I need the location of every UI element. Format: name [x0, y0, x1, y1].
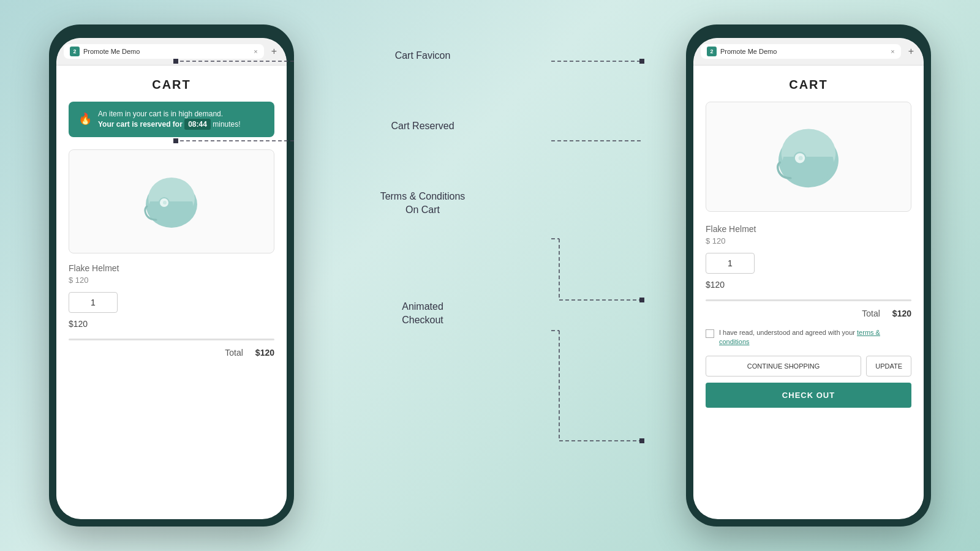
right-qty-input[interactable]	[706, 253, 755, 274]
alert-fire-icon: 🔥	[78, 111, 92, 127]
svg-rect-17	[639, 298, 644, 302]
left-page-content: CART 🔥 An item in your cart is in high d…	[56, 66, 287, 515]
animated-checkout-label: AnimatedCheckout	[294, 300, 551, 328]
right-cart-title: CART	[706, 78, 911, 92]
left-total-label: Total	[225, 348, 243, 358]
cart-favicon-label: Cart Favicon	[294, 49, 551, 62]
left-total-amount: $120	[255, 348, 274, 358]
right-page-content: CART Flake Helmet $ 120 $120 Total	[693, 66, 924, 515]
tab-new-left[interactable]: +	[269, 46, 279, 57]
helmet-illustration-left	[135, 165, 208, 238]
alert-demand-text: An item in your cart is in high demand.	[98, 110, 223, 118]
right-product-image	[706, 102, 911, 212]
left-divider	[69, 339, 274, 340]
terms-conditions-label: Terms & ConditionsOn Cart	[294, 190, 551, 217]
tab-new-right[interactable]: +	[906, 46, 916, 57]
right-total-row: Total $120	[706, 309, 911, 318]
terms-label-area: Terms & ConditionsOn Cart	[294, 190, 551, 217]
right-divider	[706, 299, 911, 301]
tab-title-right: Promote Me Demo	[720, 48, 777, 55]
right-total-amount: $120	[892, 309, 911, 318]
phone-notch-left	[135, 24, 208, 38]
left-line-price: $120	[69, 319, 274, 329]
browser-bar-right: 2 Promote Me Demo × +	[693, 38, 924, 66]
right-line-price: $120	[706, 280, 911, 290]
tab-close-left[interactable]: ×	[254, 48, 257, 55]
left-phone-screen: 2 Promote Me Demo × + CART 🔥 An item in …	[56, 38, 287, 519]
alert-timer: 08:44	[184, 119, 211, 130]
left-cart-title: CART	[69, 78, 274, 92]
alert-text: An item in your cart is in high demand. …	[98, 109, 265, 130]
update-button[interactable]: UPDATE	[866, 356, 911, 377]
right-product-name: Flake Helmet	[706, 224, 911, 234]
terms-checkbox[interactable]	[706, 329, 714, 338]
svg-rect-21	[639, 438, 644, 443]
left-product-image	[69, 149, 274, 253]
tab-close-right[interactable]: ×	[891, 48, 894, 55]
terms-text: I have read, understood and agreed with …	[719, 328, 911, 347]
svg-rect-11	[639, 59, 644, 64]
cart-reserved-label: Cart Reserved	[294, 119, 551, 133]
right-product-price: $ 120	[706, 236, 911, 246]
svg-point-7	[799, 156, 803, 160]
alert-reserved-text: Your cart is reserved for	[98, 120, 183, 129]
terms-row: I have read, understood and agreed with …	[706, 328, 911, 347]
phone-notch-right	[772, 24, 845, 38]
svg-point-3	[163, 201, 167, 204]
left-product-price: $ 120	[69, 276, 274, 285]
cart-favicon-label-area: Cart Favicon	[294, 49, 551, 62]
right-phone-screen: 2 Promote Me Demo × + CART	[693, 38, 924, 519]
tab-title-left: Promote Me Demo	[83, 48, 140, 55]
cart-reserved-alert: 🔥 An item in your cart is in high demand…	[69, 102, 274, 137]
left-total-row: Total $120	[69, 348, 274, 358]
left-product-name: Flake Helmet	[69, 263, 274, 273]
browser-tab-right[interactable]: 2 Promote Me Demo ×	[701, 44, 901, 59]
right-phone: 2 Promote Me Demo × + CART	[686, 24, 931, 527]
animated-checkout-label-area: AnimatedCheckout	[294, 300, 551, 328]
browser-tab-left[interactable]: 2 Promote Me Demo ×	[64, 44, 264, 59]
continue-shopping-button[interactable]: CONTINUE SHOPPING	[706, 356, 861, 377]
left-phone: 2 Promote Me Demo × + CART 🔥 An item in …	[49, 24, 294, 527]
checkout-button[interactable]: CHECK OUT	[706, 383, 911, 408]
tab-favicon-left: 2	[70, 47, 80, 56]
left-qty-input[interactable]	[69, 292, 118, 313]
helmet-illustration-right	[766, 114, 851, 200]
alert-minutes-text: minutes!	[213, 120, 240, 129]
tab-favicon-right: 2	[707, 47, 717, 56]
action-buttons: CONTINUE SHOPPING UPDATE	[706, 356, 911, 377]
browser-bar-left: 2 Promote Me Demo × +	[56, 38, 287, 66]
right-total-label: Total	[862, 309, 880, 318]
cart-reserved-label-area: Cart Reserved	[294, 119, 551, 133]
